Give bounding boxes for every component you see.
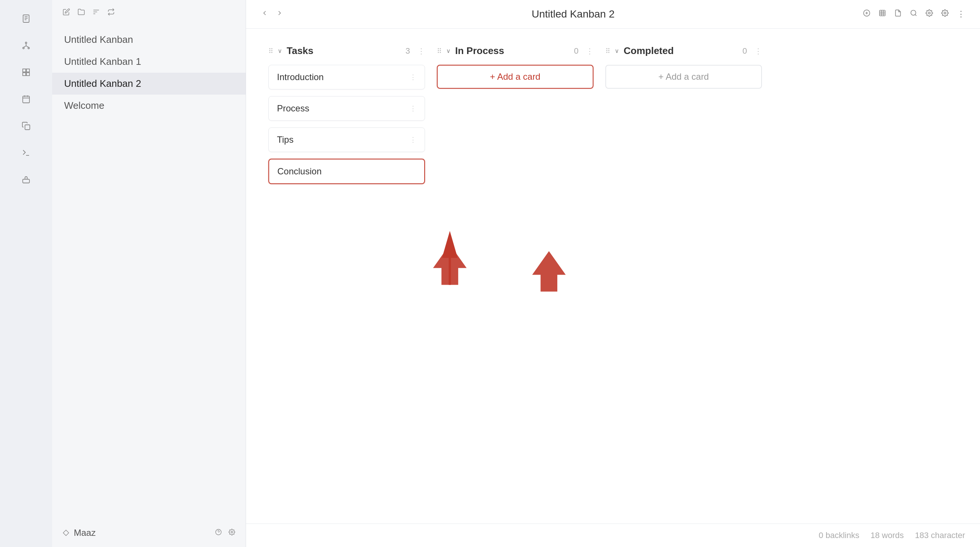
- svg-line-8: [24, 46, 26, 47]
- new-page-icon[interactable]: [63, 8, 70, 17]
- add-card-completed[interactable]: + Add a card: [605, 65, 762, 89]
- card-label-process: Process: [277, 103, 309, 114]
- icon-strip: [0, 0, 52, 547]
- kanban-wrapper: ⠿ ∨ Tasks 3 ⋮ Introduction ⋮ Process ⋮ T…: [246, 29, 980, 523]
- back-button[interactable]: [261, 9, 268, 19]
- drag-handle-in-process[interactable]: ⠿: [437, 47, 442, 55]
- column-tasks: ⠿ ∨ Tasks 3 ⋮ Introduction ⋮ Process ⋮ T…: [268, 44, 425, 509]
- backlinks-count: 0 backlinks: [819, 531, 859, 540]
- column-in-process: ⠿ ∨ In Process 0 ⋮ + Add a card: [437, 44, 593, 509]
- toggle-icon[interactable]: [107, 8, 115, 17]
- user-diamond-icon: [63, 530, 69, 536]
- status-bar: 0 backlinks 18 words 183 character: [246, 523, 980, 547]
- svg-rect-10: [23, 69, 26, 72]
- help-icon[interactable]: [215, 529, 222, 537]
- card-conclusion[interactable]: Conclusion: [268, 159, 425, 184]
- svg-point-24: [216, 529, 221, 535]
- svg-rect-20: [23, 179, 29, 183]
- char-count: 183 character: [915, 531, 965, 540]
- svg-line-9: [26, 46, 29, 47]
- table-icon[interactable]: [878, 9, 886, 19]
- svg-rect-14: [23, 96, 29, 103]
- search-icon[interactable]: [910, 9, 917, 19]
- grid-icon[interactable]: [18, 64, 34, 81]
- network-icon[interactable]: [18, 37, 34, 54]
- card-menu-tips[interactable]: ⋮: [410, 136, 416, 144]
- copy-icon[interactable]: [18, 118, 34, 134]
- sidebar-footer-actions: [215, 529, 235, 537]
- col-menu-tasks[interactable]: ⋮: [417, 46, 425, 56]
- svg-rect-11: [27, 69, 29, 72]
- open-folder-icon[interactable]: [78, 8, 85, 17]
- svg-line-36: [915, 14, 916, 16]
- sidebar-item-untitled-kanban-2[interactable]: Untitled Kanban 2: [52, 73, 246, 95]
- col-header-completed: ⠿ ∨ Completed 0 ⋮: [605, 44, 762, 58]
- svg-rect-13: [27, 73, 29, 76]
- add-icon[interactable]: [863, 9, 870, 19]
- col-title-in-process: In Process: [455, 45, 570, 57]
- col-count-completed: 0: [743, 46, 747, 56]
- card-process[interactable]: Process ⋮: [268, 96, 425, 121]
- header-actions: ⋮: [863, 9, 965, 19]
- add-card-in-process[interactable]: + Add a card: [437, 65, 593, 89]
- page-settings-icon[interactable]: [941, 9, 949, 19]
- kanban-board: ⠿ ∨ Tasks 3 ⋮ Introduction ⋮ Process ⋮ T…: [246, 29, 980, 523]
- sidebar-item-untitled-kanban[interactable]: Untitled Kanban: [52, 29, 246, 51]
- svg-rect-12: [23, 73, 26, 76]
- chevron-completed[interactable]: ∨: [615, 47, 619, 54]
- card-menu-introduction[interactable]: ⋮: [410, 73, 416, 81]
- more-menu-icon[interactable]: ⋮: [957, 9, 965, 19]
- svg-point-5: [23, 47, 24, 49]
- col-title-completed: Completed: [624, 45, 738, 57]
- page-title: Untitled Kanban 2: [291, 8, 856, 20]
- calendar-icon[interactable]: [18, 91, 34, 107]
- card-label-introduction: Introduction: [277, 72, 324, 82]
- sidebar-toolbar: [52, 0, 246, 26]
- col-title-tasks: Tasks: [286, 45, 401, 57]
- col-count-in-process: 0: [574, 46, 579, 56]
- col-menu-in-process[interactable]: ⋮: [586, 46, 593, 56]
- svg-rect-18: [25, 125, 30, 130]
- svg-point-38: [944, 12, 946, 14]
- user-info: Maaz: [63, 528, 96, 538]
- svg-point-26: [231, 531, 233, 533]
- sidebar-nav: Untitled Kanban Untitled Kanban 1 Untitl…: [52, 26, 246, 119]
- sidebar-item-untitled-kanban-1[interactable]: Untitled Kanban 1: [52, 51, 246, 73]
- svg-point-4: [25, 42, 27, 44]
- col-count-tasks: 3: [406, 46, 410, 56]
- page-icon[interactable]: [18, 10, 34, 27]
- svg-rect-0: [23, 15, 29, 22]
- sidebar-item-welcome[interactable]: Welcome: [52, 95, 246, 117]
- doc-icon[interactable]: [894, 9, 902, 19]
- username: Maaz: [74, 528, 96, 538]
- card-tips[interactable]: Tips ⋮: [268, 127, 425, 152]
- word-count: 18 words: [870, 531, 904, 540]
- svg-point-6: [28, 47, 29, 49]
- column-completed: ⠿ ∨ Completed 0 ⋮ + Add a card: [605, 44, 762, 509]
- view-settings-icon[interactable]: [926, 9, 933, 19]
- svg-rect-30: [880, 10, 885, 16]
- card-menu-process[interactable]: ⋮: [410, 104, 416, 113]
- sort-icon[interactable]: [92, 8, 100, 17]
- col-menu-completed[interactable]: ⋮: [754, 46, 762, 56]
- sidebar: Untitled Kanban Untitled Kanban 1 Untitl…: [52, 0, 246, 547]
- forward-button[interactable]: [276, 9, 283, 19]
- terminal-icon[interactable]: [18, 145, 34, 161]
- sidebar-footer: Maaz: [52, 519, 246, 547]
- drag-handle-completed[interactable]: ⠿: [605, 47, 610, 55]
- settings-icon[interactable]: [229, 529, 235, 537]
- main-header: Untitled Kanban 2 ⋮: [246, 0, 980, 29]
- plugin-icon[interactable]: [18, 172, 34, 188]
- card-label-conclusion: Conclusion: [277, 166, 322, 177]
- svg-point-35: [911, 10, 916, 15]
- main-content: Untitled Kanban 2 ⋮: [246, 0, 980, 547]
- col-header-tasks: ⠿ ∨ Tasks 3 ⋮: [268, 44, 425, 58]
- chevron-tasks[interactable]: ∨: [278, 47, 282, 54]
- chevron-in-process[interactable]: ∨: [446, 47, 451, 54]
- card-label-tips: Tips: [277, 135, 293, 145]
- col-header-in-process: ⠿ ∨ In Process 0 ⋮: [437, 44, 593, 58]
- svg-point-37: [929, 12, 931, 14]
- drag-handle-tasks[interactable]: ⠿: [268, 47, 273, 55]
- card-introduction[interactable]: Introduction ⋮: [268, 65, 425, 89]
